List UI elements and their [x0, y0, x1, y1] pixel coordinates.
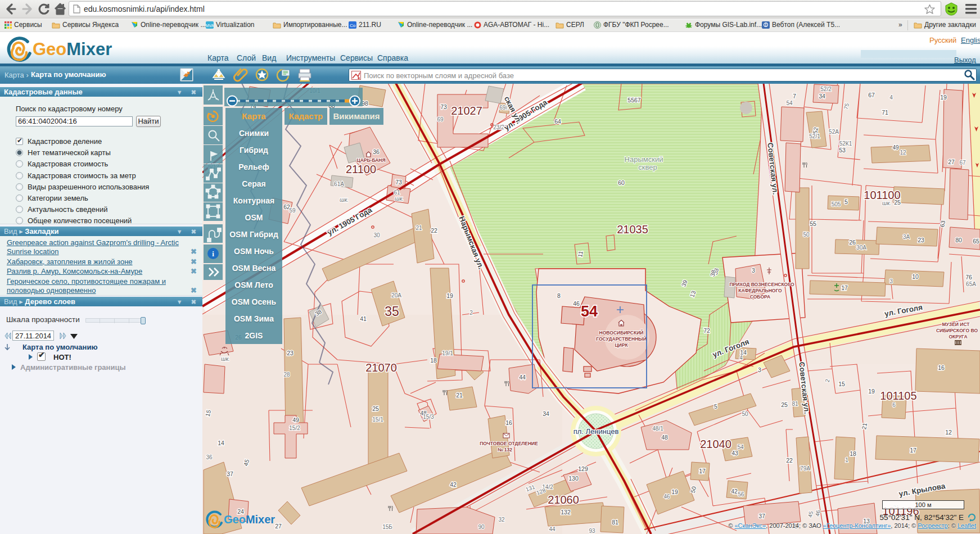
svg-text:132: 132: [561, 509, 571, 515]
svg-text:21035: 21035: [617, 223, 648, 236]
svg-text:Нарымский: Нарымский: [625, 155, 663, 164]
svg-text:52/2: 52/2: [820, 86, 832, 92]
svg-text:37: 37: [227, 470, 233, 477]
svg-text:27: 27: [948, 159, 955, 165]
svg-text:34: 34: [819, 93, 825, 99]
svg-text:46: 46: [663, 494, 670, 500]
svg-text:54: 54: [737, 444, 744, 450]
svg-text:101100: 101100: [864, 189, 900, 201]
svg-text:34: 34: [543, 410, 549, 417]
svg-text:ГОСУДАРСТВЕННЫЙ: ГОСУДАРСТВЕННЫЙ: [596, 336, 647, 342]
svg-text:67: 67: [959, 160, 966, 166]
svg-text:4: 4: [739, 355, 743, 361]
svg-text:80: 80: [955, 237, 962, 243]
svg-text:17: 17: [910, 447, 916, 454]
svg-text:15: 15: [838, 381, 845, 387]
svg-text:17: 17: [699, 468, 706, 474]
svg-text:54: 54: [786, 100, 793, 106]
svg-text:5: 5: [844, 198, 848, 205]
svg-text:21: 21: [456, 392, 463, 399]
svg-text:101105: 101105: [880, 390, 916, 402]
svg-text:30А: 30А: [856, 245, 866, 251]
svg-text:37: 37: [758, 513, 765, 519]
svg-text:21: 21: [416, 225, 422, 231]
svg-text:4: 4: [889, 94, 893, 101]
svg-text:25: 25: [781, 401, 788, 408]
svg-text:61А: 61А: [334, 181, 344, 187]
svg-text:5567: 5567: [627, 97, 641, 103]
svg-text:79А: 79А: [800, 465, 810, 472]
svg-text:42: 42: [450, 481, 457, 488]
svg-text:130: 130: [568, 475, 579, 482]
svg-text:Co: Co: [350, 23, 356, 28]
svg-text:41: 41: [360, 315, 367, 322]
svg-text:21060: 21060: [548, 494, 579, 506]
svg-text:64: 64: [554, 118, 561, 125]
svg-text:19: 19: [868, 388, 875, 395]
svg-text:72: 72: [703, 327, 710, 334]
svg-text:11: 11: [576, 250, 584, 257]
svg-text:18: 18: [850, 450, 856, 457]
svg-text:22: 22: [786, 457, 793, 464]
svg-text:ЦИРК: ЦИРК: [615, 342, 628, 348]
svg-text:30: 30: [373, 232, 380, 238]
svg-text:ПОЧТОВОЕ ОТДЕЛЕНИЕ: ПОЧТОВОЕ ОТДЕЛЕНИЕ: [480, 441, 538, 446]
svg-text:49: 49: [292, 417, 299, 423]
svg-text:48: 48: [661, 434, 668, 441]
svg-text:52А: 52А: [829, 129, 839, 135]
svg-text:23: 23: [287, 350, 293, 356]
svg-text:53: 53: [839, 147, 846, 153]
svg-text:63: 63: [938, 220, 946, 228]
svg-text:56: 56: [738, 491, 744, 497]
svg-text:8: 8: [557, 292, 561, 299]
svg-text:48/1: 48/1: [652, 426, 663, 432]
svg-text:73: 73: [440, 103, 447, 110]
svg-text:19/1: 19/1: [442, 350, 453, 356]
svg-text:20А: 20А: [391, 292, 401, 298]
svg-text:21040: 21040: [700, 438, 731, 450]
svg-text:19: 19: [446, 292, 453, 299]
svg-text:50: 50: [742, 411, 748, 417]
svg-text:i: i: [212, 250, 214, 258]
svg-text:3А: 3А: [903, 234, 910, 240]
svg-text:49: 49: [892, 144, 899, 151]
svg-text:71: 71: [882, 109, 888, 116]
svg-text:3: 3: [752, 267, 755, 274]
svg-text:52К1: 52К1: [839, 141, 852, 147]
svg-text:25: 25: [372, 405, 379, 412]
svg-text:81: 81: [792, 401, 798, 407]
svg-text:12: 12: [900, 150, 906, 156]
svg-text:46: 46: [573, 300, 580, 307]
svg-text:42: 42: [731, 488, 738, 495]
svg-text:МУЗЕЙ ИСТ: МУЗЕЙ ИСТ: [942, 321, 970, 327]
svg-text:44: 44: [519, 374, 526, 381]
svg-text:65: 65: [973, 238, 979, 245]
svg-text:505: 505: [832, 201, 841, 207]
svg-text:18: 18: [430, 357, 437, 364]
svg-text:19: 19: [940, 94, 947, 101]
svg-text:СОБОРА: СОБОРА: [750, 294, 770, 300]
svg-text:НОВОСИБИРСКИЙ: НОВОСИБИРСКИЙ: [599, 329, 644, 336]
svg-text:15/1: 15/1: [372, 417, 383, 423]
svg-text:73: 73: [395, 179, 402, 185]
svg-text:54: 54: [581, 303, 598, 320]
svg-text:MVA: MVA: [206, 24, 214, 28]
svg-text:17: 17: [841, 284, 848, 291]
svg-text:ПРИХОД ВОЗНЕСЕНСКОГО: ПРИХОД ВОЗНЕСЕНСКОГО: [729, 282, 794, 287]
svg-text:пл. Ленинцев: пл. Ленинцев: [573, 427, 619, 436]
svg-text:129: 129: [578, 465, 588, 472]
svg-text:50: 50: [689, 486, 698, 494]
svg-text:76: 76: [965, 274, 972, 280]
svg-text:69: 69: [437, 116, 444, 123]
svg-text:ОКРУГА: ОКРУГА: [949, 334, 967, 340]
svg-text:15/2: 15/2: [289, 425, 300, 431]
svg-text:61: 61: [394, 189, 400, 196]
svg-text:21027: 21027: [451, 105, 482, 117]
svg-text:GeoMixer: GeoMixer: [33, 39, 112, 59]
svg-text:15/3: 15/3: [423, 414, 434, 420]
svg-text:21070: 21070: [365, 361, 397, 374]
svg-text:1: 1: [845, 457, 848, 463]
svg-text:36: 36: [206, 454, 213, 460]
svg-text:2: 2: [469, 310, 473, 316]
svg-text:сквер: сквер: [638, 163, 657, 171]
